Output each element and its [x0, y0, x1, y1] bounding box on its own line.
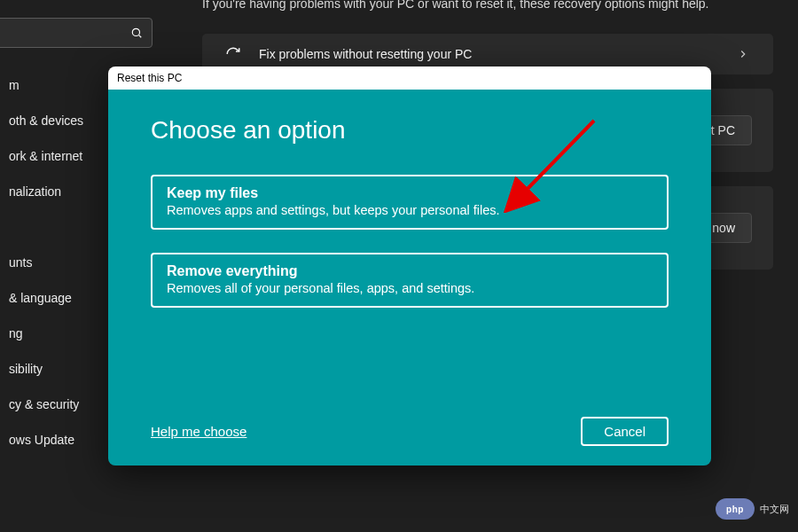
recovery-intro-text: If you're having problems with your PC o…: [202, 0, 773, 11]
dialog-heading: Choose an option: [151, 116, 669, 145]
help-me-choose-link[interactable]: Help me choose: [151, 424, 246, 439]
watermark-badge: php 中文网: [716, 498, 789, 520]
refresh-icon: [223, 46, 243, 62]
option-title: Keep my files: [167, 185, 653, 201]
option-keep-my-files[interactable]: Keep my files Removes apps and settings,…: [151, 175, 669, 230]
reset-this-pc-dialog: Reset this PC Choose an option Keep my f…: [108, 66, 711, 466]
option-remove-everything[interactable]: Remove everything Removes all of your pe…: [151, 253, 669, 308]
dialog-titlebar: Reset this PC: [108, 66, 711, 90]
search-icon: [130, 27, 143, 39]
svg-point-0: [132, 28, 139, 35]
dialog-footer: Help me choose Cancel: [151, 417, 669, 446]
dialog-body: Choose an option Keep my files Removes a…: [108, 90, 711, 466]
svg-line-1: [139, 35, 142, 38]
watermark-text: 中文网: [760, 503, 789, 516]
cancel-button[interactable]: Cancel: [581, 417, 669, 446]
option-desc: Removes all of your personal files, apps…: [167, 281, 653, 295]
search-box[interactable]: [0, 18, 153, 48]
option-title: Remove everything: [167, 263, 653, 279]
php-logo-icon: php: [716, 498, 755, 520]
chevron-right-icon: [734, 48, 752, 60]
search-input[interactable]: [0, 26, 130, 40]
fix-problems-title: Fix problems without resetting your PC: [259, 47, 472, 61]
option-desc: Removes apps and settings, but keeps you…: [167, 203, 653, 217]
